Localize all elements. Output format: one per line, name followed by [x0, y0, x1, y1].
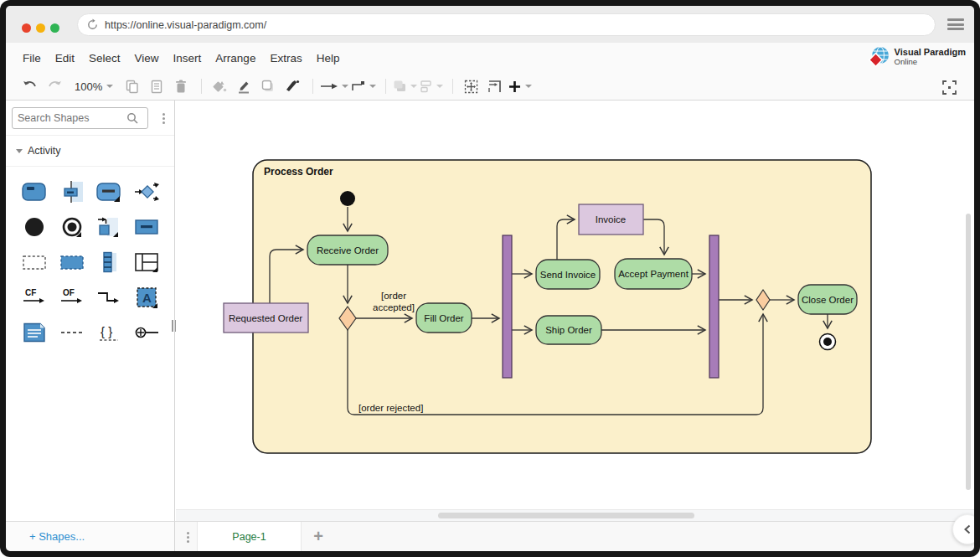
fullscreen-icon[interactable]	[938, 77, 960, 97]
shape-step-flow-icon[interactable]	[94, 285, 124, 310]
shapes-footer: + Shapes...	[6, 521, 175, 551]
section-activity[interactable]: Activity	[6, 136, 174, 167]
node-fill-order[interactable]: Fill Order	[416, 303, 472, 333]
maximize-window-button[interactable]	[50, 23, 59, 33]
svg-text:CF: CF	[25, 288, 36, 297]
node-ship-order[interactable]: Ship Order	[536, 316, 601, 344]
initial-node[interactable]	[340, 191, 355, 206]
menu-view[interactable]: View	[135, 52, 159, 64]
format-painter-icon[interactable]	[281, 76, 303, 96]
shape-dashed-filled-region-icon[interactable]	[57, 250, 87, 275]
svg-text:Send Invoice: Send Invoice	[540, 270, 596, 280]
section-title: Activity	[28, 145, 61, 157]
add-page-button[interactable]: +	[307, 525, 329, 547]
frame-title: Process Order	[264, 166, 333, 178]
node-accept-payment[interactable]: Accept Payment	[615, 259, 692, 289]
toolbar: 100%	[6, 73, 974, 101]
connector-style-icon[interactable]	[351, 76, 376, 96]
delete-icon[interactable]	[170, 76, 192, 96]
shape-pin-connector-icon[interactable]	[132, 320, 162, 345]
shape-object-node-icon[interactable]	[132, 214, 162, 240]
shape-note-icon[interactable]	[19, 320, 49, 345]
node-receive-order[interactable]: Receive Order	[307, 235, 388, 265]
fit-page-icon[interactable]	[484, 76, 506, 96]
guard-accepted-line2: accepted]	[373, 302, 415, 312]
panel-options-icon[interactable]	[157, 110, 169, 126]
shape-signal-receipt-icon[interactable]	[94, 214, 124, 240]
line-color-icon[interactable]	[233, 76, 255, 96]
node-invoice[interactable]: Invoice	[579, 204, 643, 235]
browser-menu-icon[interactable]	[947, 18, 964, 30]
line-end-style-icon[interactable]	[320, 76, 348, 96]
align-icon[interactable]	[420, 76, 443, 96]
address-bar[interactable]: https://online.visual-paradigm.com/	[77, 13, 936, 36]
pages-menu-icon[interactable]	[182, 529, 193, 545]
svg-text:Receive Order: Receive Order	[317, 245, 379, 255]
fit-selection-icon[interactable]	[460, 76, 482, 96]
page-tab-bar: Page-1 +	[175, 521, 974, 551]
horizontal-scrollbar[interactable]	[176, 509, 974, 521]
shape-initial-node-icon[interactable]	[19, 214, 49, 240]
svg-text:Fill Order: Fill Order	[424, 313, 463, 323]
add-shape-icon[interactable]	[508, 76, 532, 96]
search-row	[6, 101, 174, 136]
search-input[interactable]	[18, 112, 126, 124]
node-send-invoice[interactable]: Send Invoice	[536, 260, 600, 289]
svg-text:Close Order: Close Order	[802, 295, 854, 305]
shape-constraint-braces-icon[interactable]: { }	[94, 320, 124, 345]
shape-decision-node-icon[interactable]	[132, 179, 162, 204]
shape-partition-icon[interactable]	[94, 250, 124, 275]
shape-action-variant-icon[interactable]	[94, 179, 124, 204]
chevron-down-icon	[342, 85, 348, 88]
diagram-canvas[interactable]: Process Order	[176, 101, 974, 521]
paste-icon[interactable]	[146, 76, 168, 96]
shape-action-icon[interactable]	[19, 179, 49, 204]
shape-control-flow-icon[interactable]: CF	[19, 285, 49, 310]
shape-text-box-icon[interactable]: A	[132, 285, 162, 310]
menu-insert[interactable]: Insert	[173, 52, 202, 64]
menu-select[interactable]: Select	[89, 52, 121, 64]
shape-final-node-icon[interactable]	[57, 214, 87, 240]
menu-extras[interactable]: Extras	[270, 52, 302, 64]
shape-object-flow-icon[interactable]: OF	[57, 285, 87, 310]
svg-text:{ }: { }	[101, 324, 112, 338]
tab-page-1[interactable]: Page-1	[197, 522, 302, 551]
join-bar[interactable]	[709, 235, 719, 378]
node-requested-order[interactable]: Requested Order	[224, 303, 308, 333]
collapse-panel-button[interactable]	[952, 514, 980, 544]
more-shapes-link[interactable]: + Shapes...	[29, 530, 85, 543]
minimize-window-button[interactable]	[36, 23, 45, 33]
svg-text:Invoice: Invoice	[596, 214, 626, 224]
search-shapes-box[interactable]	[12, 107, 148, 129]
copy-icon[interactable]	[121, 76, 143, 96]
shape-panel: Activity CF OF A { }	[6, 101, 175, 521]
shape-dashed-line-icon[interactable]	[57, 320, 87, 345]
chevron-down-icon	[525, 85, 532, 88]
menu-arrange[interactable]: Arrange	[215, 52, 255, 64]
menu-bar: File Edit Select View Insert Arrange Ext…	[6, 43, 974, 73]
fill-color-icon[interactable]	[209, 76, 230, 96]
shape-dashed-region-icon[interactable]	[19, 250, 49, 275]
final-node[interactable]	[820, 334, 836, 350]
node-close-order[interactable]: Close Order	[798, 285, 857, 314]
reload-icon[interactable]	[86, 18, 99, 31]
menu-help[interactable]: Help	[317, 52, 340, 64]
logo-text-line2: Online	[895, 58, 966, 66]
shape-swimlane-vertical-icon[interactable]	[57, 179, 87, 204]
fork-bar[interactable]	[503, 235, 512, 378]
redo-icon[interactable]	[44, 76, 65, 96]
menu-file[interactable]: File	[23, 52, 41, 64]
activity-diagram: Process Order	[176, 101, 967, 503]
undo-icon[interactable]	[19, 76, 41, 96]
shape-swimlane-table-icon[interactable]	[132, 250, 162, 275]
shadow-icon[interactable]	[257, 76, 279, 96]
panel-resize-grip[interactable]	[172, 320, 178, 332]
menu-edit[interactable]: Edit	[55, 52, 75, 64]
close-window-button[interactable]	[22, 23, 31, 33]
chevron-down-icon	[436, 85, 443, 88]
vertical-scrollbar-thumb[interactable]	[966, 214, 971, 490]
globe-diamond-icon	[868, 45, 891, 69]
horizontal-scrollbar-thumb[interactable]	[438, 513, 694, 518]
bring-forward-icon[interactable]	[393, 76, 417, 96]
zoom-level-control[interactable]: 100%	[75, 80, 113, 93]
